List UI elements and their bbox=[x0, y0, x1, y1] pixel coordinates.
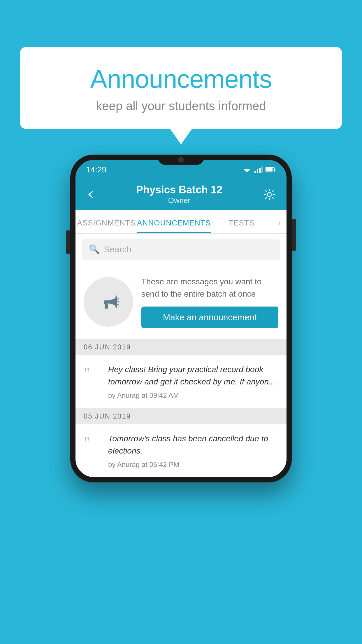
camera-dot bbox=[178, 157, 184, 162]
tab-announcements[interactable]: ANNOUNCEMENTS bbox=[137, 210, 211, 233]
phone-notch bbox=[158, 155, 204, 165]
announcement-item-2[interactable]: " Tomorrow's class has been cancelled du… bbox=[75, 424, 287, 477]
wifi-icon bbox=[242, 167, 252, 173]
search-placeholder: Search bbox=[104, 244, 131, 254]
announcement-meta-2: by Anurag at 05:42 PM bbox=[108, 461, 278, 469]
svg-point-9 bbox=[267, 192, 271, 197]
svg-rect-3 bbox=[257, 169, 258, 173]
quote-icon-2: " bbox=[84, 435, 101, 450]
app-bar-subtitle: Owner bbox=[98, 196, 261, 205]
settings-button[interactable] bbox=[261, 186, 278, 203]
search-bar[interactable]: 🔍 Search bbox=[82, 239, 280, 260]
make-announcement-button[interactable]: Make an announcement bbox=[141, 307, 278, 328]
status-icons bbox=[242, 167, 276, 173]
phone-outer: 14:29 bbox=[70, 155, 292, 482]
tabs-bar: ASSIGNMENTS ANNOUNCEMENTS TESTS › bbox=[75, 210, 287, 234]
speech-bubble-container: Announcements keep all your students inf… bbox=[20, 47, 342, 129]
svg-rect-2 bbox=[254, 171, 256, 173]
back-arrow-icon bbox=[87, 190, 95, 199]
speech-bubble-title: Announcements bbox=[34, 64, 328, 94]
svg-rect-5 bbox=[261, 167, 263, 173]
tab-assignments[interactable]: ASSIGNMENTS bbox=[75, 210, 137, 233]
battery-icon bbox=[266, 167, 276, 173]
megaphone-icon bbox=[95, 289, 122, 315]
app-bar: Physics Batch 12 Owner bbox=[75, 177, 287, 210]
search-container: 🔍 Search bbox=[75, 234, 287, 265]
app-bar-title: Physics Batch 12 bbox=[98, 184, 261, 196]
promo-description: These are messages you want to send to t… bbox=[141, 276, 278, 300]
phone-mockup: 14:29 bbox=[70, 155, 292, 482]
tab-more-button[interactable]: › bbox=[272, 210, 287, 233]
speech-bubble: Announcements keep all your students inf… bbox=[20, 47, 342, 129]
date-separator-2: 05 JUN 2019 bbox=[75, 408, 287, 424]
promo-content: These are messages you want to send to t… bbox=[141, 276, 278, 328]
date-separator-1: 06 JUN 2019 bbox=[75, 339, 287, 355]
status-time: 14:29 bbox=[86, 165, 106, 174]
svg-rect-4 bbox=[259, 168, 261, 173]
announcement-text-1: Hey class! Bring your practical record b… bbox=[108, 363, 278, 388]
back-button[interactable] bbox=[84, 188, 98, 201]
svg-marker-1 bbox=[245, 170, 249, 172]
search-icon: 🔍 bbox=[89, 244, 100, 254]
phone-screen: 14:29 bbox=[75, 160, 287, 477]
signal-icon bbox=[254, 167, 263, 173]
announcement-body-1: Hey class! Bring your practical record b… bbox=[108, 363, 278, 400]
announcement-item-1[interactable]: " Hey class! Bring your practical record… bbox=[75, 355, 287, 408]
announcement-meta-1: by Anurag at 09:42 AM bbox=[108, 391, 278, 400]
settings-gear-icon bbox=[263, 188, 275, 201]
announcement-body-2: Tomorrow's class has been cancelled due … bbox=[108, 433, 278, 469]
svg-rect-8 bbox=[266, 168, 273, 172]
speech-bubble-subtitle: keep all your students informed bbox=[34, 99, 328, 113]
svg-rect-10 bbox=[104, 300, 108, 304]
announcement-icon-circle bbox=[84, 277, 133, 327]
promo-card: These are messages you want to send to t… bbox=[75, 265, 287, 339]
svg-rect-11 bbox=[105, 304, 108, 309]
tab-tests[interactable]: TESTS bbox=[211, 210, 272, 233]
announcement-text-2: Tomorrow's class has been cancelled due … bbox=[108, 433, 278, 457]
svg-rect-7 bbox=[274, 169, 275, 171]
quote-icon-1: " bbox=[84, 366, 101, 381]
app-bar-title-group: Physics Batch 12 Owner bbox=[98, 184, 261, 205]
